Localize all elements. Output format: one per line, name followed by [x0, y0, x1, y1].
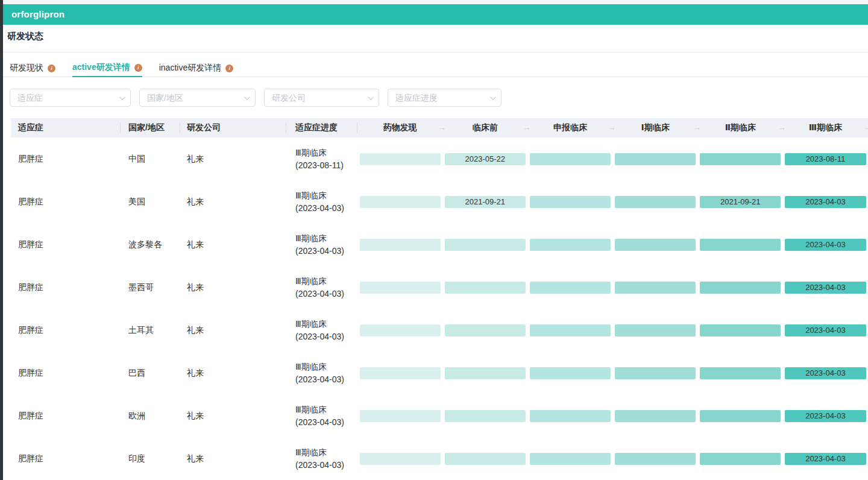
stage-bar: 2023-04-03	[785, 196, 866, 208]
stage-bar-cell	[613, 153, 698, 165]
stage-bar-cell	[527, 239, 612, 251]
stage-bar-cell	[442, 324, 527, 336]
stage-bar-cell	[698, 282, 783, 294]
progress-date: (2023-04-03)	[295, 202, 357, 215]
stage-bar-cell	[527, 324, 612, 336]
progress-stage: Ⅲ期临床	[295, 361, 357, 373]
stage-bar	[360, 410, 441, 422]
drug-title: orforglipron	[11, 9, 64, 19]
tab-rd-overview[interactable]: 研发现状i	[10, 59, 55, 77]
stage-bar	[445, 282, 526, 294]
stage-bar	[615, 367, 696, 379]
stage-bar	[530, 282, 611, 294]
country-filter[interactable]: 国家/地区	[139, 89, 256, 107]
table-row: 肥胖症巴西礼来Ⅲ期临床(2023-04-03)2023-04-03	[11, 352, 868, 394]
stage-column-header: Ⅱ期临床→	[698, 118, 783, 137]
company-filter[interactable]: 研发公司	[264, 89, 379, 107]
info-icon[interactable]: i	[134, 64, 142, 72]
country-cell: 墨西哥	[121, 282, 180, 293]
stage-bar	[700, 367, 781, 379]
stage-label: 药物发现	[383, 122, 417, 133]
stage-bar	[615, 239, 696, 251]
filter-bar: 适应症国家/地区研发公司适应症进度	[10, 89, 502, 107]
stage-bar	[700, 282, 781, 294]
indication-filter[interactable]: 适应症	[10, 89, 131, 107]
stage-bar-cell	[613, 324, 698, 336]
stage-bar-cell: 2023-08-11	[783, 153, 868, 165]
top-margin-strip	[3, 0, 868, 4]
tab-active-details[interactable]: active研发详情i	[72, 59, 142, 77]
stage-bar-cell	[698, 324, 783, 336]
stage-bar	[700, 239, 781, 251]
progress-cell: Ⅲ期临床(2023-08-11)	[286, 147, 357, 172]
progress-cell: Ⅲ期临床(2023-04-03)	[286, 232, 357, 257]
stage-bar	[360, 324, 441, 336]
country-cell: 美国	[121, 197, 180, 207]
stage-bar: 2023-08-11	[785, 153, 866, 165]
stage-bar: 2023-04-03	[785, 239, 866, 251]
table-row: 肥胖症波多黎各礼来Ⅲ期临床(2023-04-03)2023-04-03	[11, 223, 868, 266]
stage-bar-cell	[613, 196, 698, 208]
stage-bar-cell	[442, 282, 527, 294]
table-row: 肥胖症美国礼来Ⅲ期临床(2023-04-03)2021-09-212021-09…	[11, 180, 868, 223]
indication-cell: 肥胖症	[11, 325, 121, 336]
stage-column-header: 临床前→	[442, 118, 527, 137]
company-cell: 礼来	[180, 197, 286, 207]
chevron-down-icon	[244, 94, 250, 100]
stage-bar-cell: 2023-04-03	[783, 367, 868, 379]
progress-date: (2023-08-11)	[295, 159, 357, 172]
tab-inactive-details[interactable]: inactive研发详情i	[159, 59, 233, 77]
indication-cell: 肥胖症	[11, 239, 121, 250]
progress-stage: Ⅲ期临床	[295, 232, 357, 245]
country-cell: 印度	[121, 453, 180, 464]
stage-bar-cell	[442, 367, 527, 379]
stage-bar-cell: 2021-09-21	[442, 196, 527, 208]
indication-cell: 肥胖症	[11, 411, 121, 422]
progress-stage: Ⅲ期临床	[295, 275, 357, 288]
stage-bar	[530, 410, 611, 422]
stage-bar	[700, 453, 781, 465]
progress-filter[interactable]: 适应症进度	[388, 89, 502, 107]
stage-label: Ⅲ期临床	[809, 122, 842, 133]
stage-bar-cell	[527, 453, 612, 465]
table-row: 肥胖症印度礼来Ⅲ期临床(2023-04-03)2023-04-03	[11, 437, 868, 480]
progress-stage: Ⅲ期临床	[295, 147, 357, 159]
tab-label: active研发详情	[72, 62, 130, 73]
chevron-down-icon	[119, 94, 125, 100]
stage-bar	[445, 324, 526, 336]
stage-bar	[615, 196, 696, 208]
stage-bar-cell	[698, 410, 783, 422]
country-cell: 巴西	[121, 368, 180, 379]
stage-bar	[360, 196, 441, 208]
stage-bar-cell	[442, 239, 527, 251]
stage-bar	[360, 153, 441, 165]
stage-bar	[615, 324, 696, 336]
table-row: 肥胖症墨西哥礼来Ⅲ期临床(2023-04-03)2023-04-03	[11, 266, 868, 309]
stage-column-header: 药物发现→	[357, 118, 442, 137]
progress-stage: Ⅲ期临床	[295, 189, 357, 202]
progress-cell: Ⅲ期临床(2023-04-03)	[286, 189, 357, 215]
info-icon[interactable]: i	[225, 65, 233, 72]
info-icon[interactable]: i	[48, 65, 55, 72]
stage-bar-cell: 2023-04-03	[783, 282, 868, 294]
stage-column-header: Ⅰ期临床→	[613, 118, 698, 137]
stage-bar-cell	[442, 453, 527, 465]
stage-bar-cell: 2023-05-22	[442, 153, 527, 165]
progress-stage: Ⅲ期临床	[295, 318, 357, 330]
stage-bar	[615, 453, 696, 465]
progress-cell: Ⅲ期临床(2023-04-03)	[286, 361, 357, 386]
progress-cell: Ⅲ期临床(2023-04-03)	[286, 403, 357, 429]
stage-bar-cell	[357, 324, 442, 336]
indication-cell: 肥胖症	[11, 368, 121, 379]
table-row: 肥胖症土耳其礼来Ⅲ期临床(2023-04-03)2023-04-03	[11, 309, 868, 352]
progress-date: (2023-04-03)	[295, 245, 357, 257]
stage-bar-cell	[613, 239, 698, 251]
stage-bar-cell	[698, 453, 783, 465]
drug-title-bar: orforglipron	[3, 4, 868, 25]
indication-cell: 肥胖症	[11, 282, 121, 293]
stage-bar	[530, 153, 611, 165]
country-cell: 欧洲	[121, 411, 180, 422]
stage-bar-cell	[357, 239, 442, 251]
stage-bar	[615, 282, 696, 294]
tab-label: inactive研发详情	[159, 63, 221, 74]
